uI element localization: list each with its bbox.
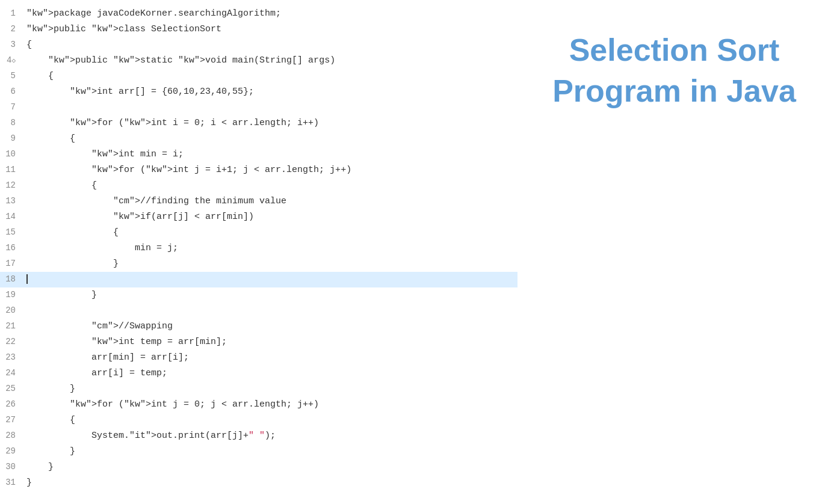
line-number: 10 — [0, 147, 23, 162]
line-number: 20 — [0, 303, 23, 319]
table-row: 13 "cm">//finding the minimum value — [0, 194, 517, 209]
table-row: 26 "kw">for ("kw">int j = 0; j < arr.len… — [0, 397, 517, 413]
table-row: 31} — [0, 475, 517, 491]
line-code: "kw">int arr[] = {60,10,23,40,55}; — [23, 84, 517, 100]
table-row: 6 "kw">int arr[] = {60,10,23,40,55}; — [0, 84, 517, 100]
table-row: 12 { — [0, 178, 517, 194]
table-row: 16 min = j; — [0, 241, 517, 256]
line-number: 21 — [0, 319, 23, 334]
table-row: 20 — [0, 303, 517, 319]
table-row: 2"kw">public "kw">class SelectionSort — [0, 22, 517, 37]
line-code — [23, 100, 517, 115]
line-code: } — [23, 256, 517, 272]
table-row: 28 System."it">out.print(arr[j]+" "); — [0, 428, 517, 444]
table-row: 10 "kw">int min = i; — [0, 147, 517, 162]
line-code: { — [23, 413, 517, 428]
line-number: 3 — [0, 37, 23, 53]
line-code — [23, 303, 517, 319]
line-number: 19 — [0, 287, 23, 303]
line-number: 17 — [0, 256, 23, 272]
line-code: } — [23, 381, 517, 397]
line-number: 18 — [0, 272, 23, 287]
table-row: 8 "kw">for ("kw">int i = 0; i < arr.leng… — [0, 115, 517, 131]
line-code: "kw">for ("kw">int j = i+1; j < arr.leng… — [23, 162, 517, 178]
line-code: } — [23, 287, 517, 303]
table-row: 29 } — [0, 444, 517, 459]
table-row: 3{ — [0, 37, 517, 53]
table-row: 22 "kw">int temp = arr[min]; — [0, 334, 517, 350]
line-code: "kw">public "kw">class SelectionSort — [23, 22, 517, 37]
line-code: { — [23, 37, 517, 53]
title-line2: Program in Java — [552, 73, 796, 108]
line-number: 1 — [0, 6, 23, 22]
title-section: Selection Sort Program in Java — [517, 0, 831, 504]
table-row: 21 "cm">//Swapping — [0, 319, 517, 334]
table-row: 30 } — [0, 459, 517, 475]
line-code: min = j; — [23, 241, 517, 256]
line-code: System."it">out.print(arr[j]+" "); — [23, 428, 517, 444]
line-number: 23 — [0, 350, 23, 366]
line-number: 24 — [0, 366, 23, 381]
line-code: arr[i] = temp; — [23, 366, 517, 381]
page-title: Selection Sort Program in Java — [552, 30, 796, 111]
line-code: } — [23, 444, 517, 459]
line-number: 26 — [0, 397, 23, 413]
line-number: 12 — [0, 178, 23, 194]
line-code: "kw">int min = i; — [23, 147, 517, 162]
line-code: "kw">for ("kw">int i = 0; i < arr.length… — [23, 115, 517, 131]
table-row: 18 — [0, 272, 517, 287]
line-number: 28 — [0, 428, 23, 444]
line-number: 6 — [0, 84, 23, 100]
line-code: { — [23, 225, 517, 241]
line-code: "cm">//finding the minimum value — [23, 194, 517, 209]
title-line1: Selection Sort — [569, 32, 780, 67]
code-table: 1"kw">package javaCodeKorner.searchingAl… — [0, 6, 517, 491]
table-row: 24 arr[i] = temp; — [0, 366, 517, 381]
line-code — [23, 272, 517, 287]
line-code: "kw">package javaCodeKorner.searchingAlg… — [23, 6, 517, 22]
line-code: "kw">for ("kw">int j = 0; j < arr.length… — [23, 397, 517, 413]
table-row: 25 } — [0, 381, 517, 397]
table-row: 11 "kw">for ("kw">int j = i+1; j < arr.l… — [0, 162, 517, 178]
code-section: 1"kw">package javaCodeKorner.searchingAl… — [0, 0, 517, 504]
line-number: 16 — [0, 241, 23, 256]
line-number: 30 — [0, 459, 23, 475]
line-number: 5 — [0, 69, 23, 84]
line-code: "kw">public "kw">static "kw">void main(S… — [23, 53, 517, 69]
line-code: { — [23, 131, 517, 147]
table-row: 23 arr[min] = arr[i]; — [0, 350, 517, 366]
line-number: 22 — [0, 334, 23, 350]
line-code: "kw">if(arr[j] < arr[min]) — [23, 209, 517, 225]
line-number: 13 — [0, 194, 23, 209]
table-row: 7 — [0, 100, 517, 115]
line-code: "kw">int temp = arr[min]; — [23, 334, 517, 350]
line-number: 4◇ — [0, 53, 23, 69]
line-number: 29 — [0, 444, 23, 459]
line-number: 14 — [0, 209, 23, 225]
line-code: } — [23, 459, 517, 475]
line-number: 11 — [0, 162, 23, 178]
table-row: 17 } — [0, 256, 517, 272]
table-row: 14 "kw">if(arr[j] < arr[min]) — [0, 209, 517, 225]
table-row: 1"kw">package javaCodeKorner.searchingAl… — [0, 6, 517, 22]
table-row: 5 { — [0, 69, 517, 84]
table-row: 19 } — [0, 287, 517, 303]
line-code: { — [23, 178, 517, 194]
line-number: 27 — [0, 413, 23, 428]
table-row: 9 { — [0, 131, 517, 147]
table-row: 4◇ "kw">public "kw">static "kw">void mai… — [0, 53, 517, 69]
line-code: arr[min] = arr[i]; — [23, 350, 517, 366]
line-code: { — [23, 69, 517, 84]
table-row: 27 { — [0, 413, 517, 428]
line-code: } — [23, 475, 517, 491]
line-number: 8 — [0, 115, 23, 131]
line-code: "cm">//Swapping — [23, 319, 517, 334]
line-number: 25 — [0, 381, 23, 397]
line-number: 31 — [0, 475, 23, 491]
line-number: 7 — [0, 100, 23, 115]
line-number: 2 — [0, 22, 23, 37]
line-number: 15 — [0, 225, 23, 241]
line-number: 9 — [0, 131, 23, 147]
table-row: 15 { — [0, 225, 517, 241]
